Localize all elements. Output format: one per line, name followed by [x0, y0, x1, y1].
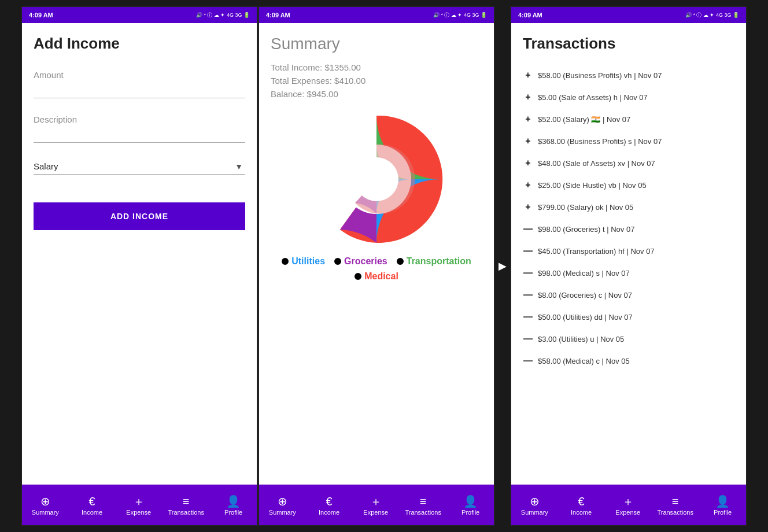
- nav-summary-label-3: Summary: [521, 509, 548, 516]
- transaction-text-7: $98.00 (Groceries) t | Nov 07: [538, 225, 634, 234]
- bottom-nav-2: ⊕ Summary € Income ＋ Expense ≡ Transacti…: [259, 485, 494, 525]
- income-tx-icon: +: [523, 136, 533, 146]
- nav-expense-3[interactable]: ＋ Expense: [611, 496, 645, 516]
- expense-icon-3: ＋: [622, 496, 634, 507]
- legend-transportation: Transportation: [397, 256, 471, 267]
- utilities-dot: [282, 258, 289, 265]
- expense-tx-icon: —: [523, 290, 533, 300]
- add-income-content: Add Income Amount Description Salary Bus…: [22, 23, 257, 485]
- expense-tx-icon: —: [523, 334, 533, 344]
- transactions-title: Transactions: [523, 35, 734, 53]
- expense-tx-icon: —: [523, 268, 533, 278]
- expense-tx-icon: —: [523, 312, 533, 322]
- transportation-dot: [397, 258, 404, 265]
- description-field: Description: [34, 114, 245, 143]
- expense-icon-1: ＋: [133, 496, 145, 507]
- status-bar-3: 4:09 AM 🔊 * ⓘ ☁ ✦ 4G 3G 🔋: [511, 7, 746, 23]
- transaction-item-11: —$50.00 (Utilities) dd | Nov 07: [523, 306, 734, 328]
- nav-profile-label-1: Profile: [224, 509, 242, 516]
- nav-transactions-1[interactable]: ≡ Transactions: [168, 496, 204, 516]
- nav-profile-2[interactable]: 👤 Profile: [453, 496, 488, 516]
- income-tx-icon: +: [523, 202, 533, 212]
- summary-title: Summary: [271, 35, 482, 53]
- status-time-1: 4:09 AM: [29, 12, 53, 19]
- add-income-button[interactable]: ADD INCOME: [34, 202, 245, 230]
- bottom-nav-3: ⊕ Summary € Income ＋ Expense ≡ Transacti…: [511, 485, 746, 525]
- profile-icon-3: 👤: [715, 496, 730, 507]
- total-expenses-stat: Total Expenses: $410.00: [271, 76, 482, 86]
- transaction-item-8: —$45.00 (Transportation) hf | Nov 07: [523, 240, 734, 262]
- medical-label: Medical: [364, 271, 398, 282]
- groceries-dot: [334, 258, 341, 265]
- transaction-item-2: +$52.00 (Salary) 🇮🇳 | Nov 07: [523, 108, 734, 130]
- category-field: Salary Business Profits Sale of Assets S…: [34, 159, 245, 175]
- summary-icon-3: ⊕: [530, 496, 540, 507]
- legend-groceries: Groceries: [334, 256, 387, 267]
- nav-income-label-3: Income: [571, 509, 592, 516]
- amount-input[interactable]: [34, 83, 245, 98]
- transaction-item-4: +$48.00 (Sale of Assets) xv | Nov 07: [523, 152, 734, 174]
- nav-expense-label-2: Expense: [363, 509, 388, 516]
- nav-transactions-2[interactable]: ≡ Transactions: [405, 496, 441, 516]
- nav-transactions-3[interactable]: ≡ Transactions: [657, 496, 693, 516]
- amount-label: Amount: [34, 70, 245, 80]
- transactions-icon-3: ≡: [672, 496, 679, 507]
- nav-summary-label-1: Summary: [32, 509, 59, 516]
- phone-transactions: 4:09 AM 🔊 * ⓘ ☁ ✦ 4G 3G 🔋 Transactions +…: [510, 6, 747, 526]
- nav-income-2[interactable]: € Income: [312, 496, 346, 516]
- balance-stat: Balance: $945.00: [271, 89, 482, 99]
- category-select[interactable]: Salary Business Profits Sale of Assets S…: [34, 161, 245, 171]
- income-icon-2: €: [326, 496, 332, 507]
- transaction-item-10: —$8.00 (Groceries) c | Nov 07: [523, 284, 734, 306]
- nav-expense-1[interactable]: ＋ Expense: [121, 496, 156, 516]
- transactions-list: +$58.00 (Business Profits) vh | Nov 07+$…: [523, 64, 734, 372]
- description-input[interactable]: [34, 128, 245, 143]
- transaction-text-0: $58.00 (Business Profits) vh | Nov 07: [538, 71, 662, 80]
- nav-profile-label-2: Profile: [461, 509, 479, 516]
- transaction-text-4: $48.00 (Sale of Assets) xv | Nov 07: [538, 159, 655, 168]
- status-icons-2: 🔊 * ⓘ ☁ ✦ 4G 3G 🔋: [433, 12, 487, 19]
- arrow-between-phones: ▶: [495, 260, 510, 272]
- transaction-item-7: —$98.00 (Groceries) t | Nov 07: [523, 218, 734, 240]
- legend-medical: Medical: [355, 271, 398, 282]
- donut-center: [355, 157, 398, 201]
- income-icon-3: €: [578, 496, 584, 507]
- transaction-item-9: —$98.00 (Medical) s | Nov 07: [523, 262, 734, 284]
- nav-income-1[interactable]: € Income: [75, 496, 109, 516]
- transaction-text-3: $368.00 (Business Profits) s | Nov 07: [538, 137, 662, 146]
- nav-profile-1[interactable]: 👤 Profile: [216, 496, 251, 516]
- nav-summary-2[interactable]: ⊕ Summary: [265, 496, 300, 516]
- expense-tx-icon: —: [523, 224, 533, 234]
- phone-summary: 4:09 AM 🔊 * ⓘ ☁ ✦ 4G 3G 🔋 Summary Total …: [258, 6, 495, 526]
- status-bar-2: 4:09 AM 🔊 * ⓘ ☁ ✦ 4G 3G 🔋: [259, 7, 494, 23]
- summary-icon-2: ⊕: [278, 496, 287, 507]
- status-time-3: 4:09 AM: [518, 12, 542, 19]
- transaction-text-13: $58.00 (Medical) c | Nov 05: [538, 357, 630, 365]
- profile-icon-1: 👤: [226, 496, 241, 507]
- nav-summary-3[interactable]: ⊕ Summary: [517, 496, 552, 516]
- amount-field: Amount: [34, 70, 245, 98]
- transaction-text-10: $8.00 (Groceries) c | Nov 07: [538, 291, 632, 300]
- add-income-title: Add Income: [34, 35, 245, 53]
- transaction-item-6: +$799.00 (Salary) ok | Nov 05: [523, 196, 734, 218]
- nav-summary-1[interactable]: ⊕ Summary: [28, 496, 62, 516]
- nav-income-label-2: Income: [319, 509, 339, 516]
- nav-expense-label-3: Expense: [615, 509, 640, 516]
- transactions-icon-2: ≡: [420, 496, 427, 507]
- transaction-item-13: —$58.00 (Medical) c | Nov 05: [523, 350, 734, 372]
- transaction-text-8: $45.00 (Transportation) hf | Nov 07: [538, 247, 655, 256]
- nav-income-3[interactable]: € Income: [564, 496, 599, 516]
- phone-add-income: 4:09 AM 🔊 * ⓘ ☁ ✦ 4G 3G 🔋 Add Income Amo…: [21, 6, 258, 526]
- nav-expense-2[interactable]: ＋ Expense: [359, 496, 393, 516]
- nav-transactions-label-1: Transactions: [168, 509, 204, 516]
- status-time-2: 4:09 AM: [266, 12, 290, 19]
- nav-transactions-label-3: Transactions: [657, 509, 693, 516]
- legend-utilities: Utilities: [282, 256, 325, 267]
- groceries-label: Groceries: [344, 256, 387, 267]
- transactions-content: Transactions +$58.00 (Business Profits) …: [511, 23, 746, 485]
- summary-content: Summary Total Income: $1355.00 Total Exp…: [259, 23, 494, 485]
- nav-profile-3[interactable]: 👤 Profile: [706, 496, 740, 516]
- total-income-stat: Total Income: $1355.00: [271, 62, 482, 72]
- summary-icon-1: ⊕: [40, 496, 50, 507]
- donut-svg: [310, 113, 443, 246]
